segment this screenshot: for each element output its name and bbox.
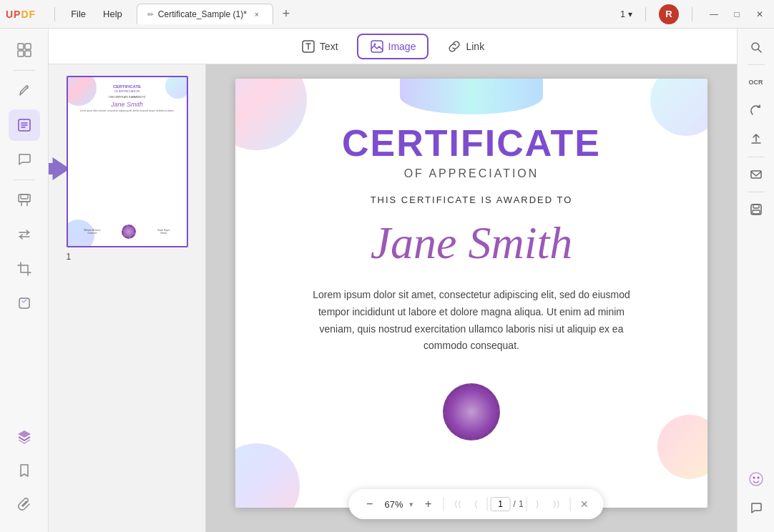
zoom-bar: − 67% ▾ + ⟨⟨ ⟨ / 1 ⟩ ⟩⟩ bbox=[349, 489, 604, 519]
titlebar-right: 1 ▾ R — □ ✕ bbox=[620, 4, 768, 24]
zoom-dropdown-button[interactable]: ▾ bbox=[409, 500, 413, 509]
page-thumbnail[interactable]: CERTIFICATE OF APPRECIATION THIS CERTIFI… bbox=[67, 76, 188, 247]
sidebar-icon-edit[interactable] bbox=[9, 109, 40, 141]
maximize-button[interactable]: □ bbox=[728, 6, 745, 23]
sidebar-icon-bookmark[interactable] bbox=[9, 455, 40, 486]
right-export-button[interactable] bbox=[743, 127, 769, 152]
content-area: CERTIFICATE OF APPRECIATION THIS CERTIFI… bbox=[49, 64, 737, 532]
right-ocr-button[interactable]: OCR bbox=[743, 69, 769, 95]
sep2 bbox=[645, 7, 646, 21]
thumb-footer: Michael Morrison Chairman Sarah Hayes No… bbox=[74, 225, 181, 239]
toolbar-text-label: Text bbox=[320, 41, 338, 52]
zoom-level-display: 67% bbox=[385, 499, 403, 510]
toolbar-text-button[interactable]: Text bbox=[288, 34, 351, 59]
sidebar-sep-2 bbox=[14, 179, 35, 180]
thumbnail-panel: CERTIFICATE OF APPRECIATION THIS CERTIFI… bbox=[49, 64, 206, 532]
right-email-button[interactable] bbox=[743, 162, 769, 187]
svg-rect-12 bbox=[751, 171, 761, 178]
new-tab-button[interactable]: + bbox=[276, 4, 296, 24]
page-navigation: ⟨⟨ ⟨ / 1 ⟩ ⟩⟩ bbox=[450, 496, 564, 512]
text-tool-icon bbox=[301, 39, 315, 54]
nav-prev-button[interactable]: ⟨ bbox=[469, 496, 484, 512]
edit-toolbar: Text Image Link bbox=[49, 29, 737, 64]
thumb-sig2: Sarah Hayes Notary bbox=[157, 229, 170, 235]
zoom-sep-3 bbox=[526, 497, 527, 511]
right-sep-2 bbox=[748, 157, 765, 157]
zoom-close-button[interactable]: ✕ bbox=[577, 496, 592, 512]
page-dropdown-icon[interactable]: ▾ bbox=[628, 9, 632, 19]
svg-point-10 bbox=[373, 43, 376, 45]
zoom-sep-4 bbox=[570, 497, 571, 511]
sidebar-icon-attachment[interactable] bbox=[9, 489, 40, 521]
right-ai-button[interactable] bbox=[743, 466, 769, 492]
svg-point-18 bbox=[757, 477, 759, 479]
right-rotate-button[interactable] bbox=[743, 98, 769, 124]
titlebar: UPDF File Help ✏ Certificate_Sample (1)*… bbox=[0, 0, 774, 29]
titlebar-separator bbox=[54, 7, 55, 21]
active-tab[interactable]: ✏ Certificate_Sample (1)* × bbox=[137, 4, 273, 24]
link-tool-icon bbox=[447, 39, 461, 54]
tab-bar: ✏ Certificate_Sample (1)* × + bbox=[137, 4, 620, 24]
svg-rect-15 bbox=[753, 210, 760, 214]
thumb-page-number: 1 bbox=[67, 252, 188, 262]
menu-file[interactable]: File bbox=[62, 6, 94, 22]
right-save-button[interactable] bbox=[743, 197, 769, 222]
bg-blob-br bbox=[657, 415, 707, 479]
right-chat-button[interactable] bbox=[743, 495, 769, 521]
sidebar-bottom bbox=[9, 420, 40, 526]
thumbnail-wrapper: CERTIFICATE OF APPRECIATION THIS CERTIFI… bbox=[67, 76, 188, 262]
menu-help[interactable]: Help bbox=[94, 6, 131, 22]
sidebar-icon-convert[interactable] bbox=[9, 219, 40, 250]
nav-next-button[interactable]: ⟩ bbox=[530, 496, 546, 512]
svg-point-17 bbox=[753, 477, 755, 479]
close-button[interactable]: ✕ bbox=[751, 6, 768, 23]
bg-blob-tr bbox=[650, 79, 707, 136]
sidebar-icon-protect[interactable] bbox=[9, 184, 40, 216]
minimize-button[interactable]: — bbox=[705, 6, 722, 23]
sidebar-icon-comment[interactable] bbox=[9, 144, 40, 175]
bg-blob-bl bbox=[235, 443, 300, 508]
page-sep: / bbox=[514, 499, 516, 509]
tab-close-button[interactable]: × bbox=[251, 9, 263, 20]
svg-rect-3 bbox=[25, 51, 31, 56]
nav-first-button[interactable]: ⟨⟨ bbox=[450, 496, 466, 512]
toolbar-image-button[interactable]: Image bbox=[357, 34, 429, 59]
nav-last-button[interactable]: ⟩⟩ bbox=[549, 496, 564, 512]
toolbar-link-button[interactable]: Link bbox=[434, 34, 497, 59]
sidebar-icon-fill-sign[interactable] bbox=[9, 75, 40, 107]
bg-blob-tl bbox=[235, 79, 307, 150]
user-avatar[interactable]: R bbox=[659, 4, 679, 24]
thumbnail-content: CERTIFICATE OF APPRECIATION THIS CERTIFI… bbox=[68, 77, 187, 246]
right-sidebar-bottom bbox=[743, 466, 769, 526]
sidebar-icon-layers[interactable] bbox=[9, 420, 40, 452]
zoom-in-button[interactable]: + bbox=[419, 495, 438, 513]
sidebar-icon-stamp[interactable] bbox=[9, 287, 40, 319]
thumb-name: Jane Smith bbox=[111, 101, 143, 108]
sidebar-icon-organize[interactable] bbox=[9, 34, 40, 66]
sidebar-icon-crop[interactable] bbox=[9, 253, 40, 285]
right-sep-3 bbox=[748, 192, 765, 192]
cert-seal bbox=[443, 383, 500, 440]
svg-rect-7 bbox=[19, 298, 29, 308]
page-nav-title[interactable]: 1 ▾ bbox=[620, 9, 632, 19]
sep3 bbox=[692, 7, 692, 21]
right-search-button[interactable] bbox=[743, 34, 769, 60]
tab-name: Certificate_Sample (1)* bbox=[158, 9, 247, 19]
toolbar-link-label: Link bbox=[466, 41, 484, 52]
cert-seal-area bbox=[443, 383, 500, 440]
zoom-out-button[interactable]: − bbox=[361, 495, 379, 513]
document-page: CERTIFICATE OF APPRECIATION THIS CERTIFI… bbox=[235, 79, 707, 508]
page-current-display: 1 bbox=[620, 9, 625, 19]
left-sidebar bbox=[0, 29, 49, 532]
thumb-awarded: THIS CERTIFICATE IS AWARDED TO bbox=[109, 96, 145, 99]
svg-rect-2 bbox=[18, 51, 24, 56]
top-arc-decoration bbox=[400, 79, 543, 114]
document-view[interactable]: CERTIFICATE OF APPRECIATION THIS CERTIFI… bbox=[206, 64, 737, 532]
thumb-cert-title: CERTIFICATE bbox=[113, 84, 141, 89]
thumb-seal bbox=[122, 225, 136, 239]
image-tool-icon bbox=[370, 39, 384, 54]
page-number-input[interactable] bbox=[491, 497, 511, 511]
zoom-sep-1 bbox=[444, 497, 444, 511]
page-total-display: 1 bbox=[519, 499, 524, 509]
sidebar-sep-1 bbox=[14, 70, 35, 71]
